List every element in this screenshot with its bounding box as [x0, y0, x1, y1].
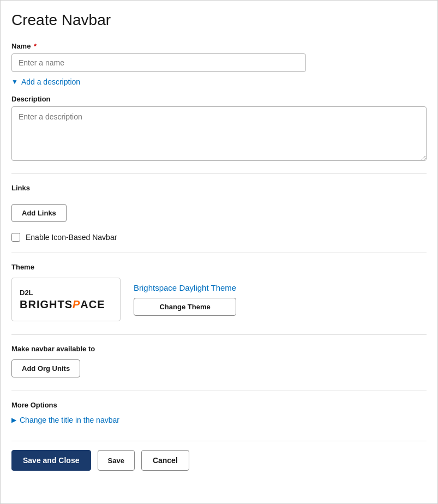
page-title: Create Navbar: [11, 11, 427, 29]
add-description-arrow: ▼: [11, 78, 18, 86]
theme-preview: D2L BRIGHTSPACE: [11, 278, 121, 321]
page-container: Create Navbar Name * ▼ Add a description…: [0, 0, 438, 504]
theme-name-link[interactable]: Brightspace Daylight Theme: [134, 283, 236, 292]
footer-buttons: Save and Close Save Cancel: [11, 441, 427, 471]
more-options-section: More Options ▶ Change the title in the n…: [11, 401, 427, 424]
icon-navbar-checkbox[interactable]: [11, 233, 20, 242]
required-indicator: *: [32, 42, 37, 50]
name-input[interactable]: [11, 53, 306, 72]
description-section: Description: [11, 95, 427, 163]
add-description-toggle[interactable]: ▼ Add a description: [11, 77, 80, 86]
theme-brightspace-text: BRIGHTSPACE: [20, 298, 105, 310]
divider-1: [11, 173, 427, 174]
more-options-label: More Options: [11, 401, 427, 409]
name-section: Name *: [11, 42, 427, 72]
theme-d2l-text: D2L: [20, 289, 33, 297]
theme-info: Brightspace Daylight Theme Change Theme: [134, 283, 236, 316]
theme-accent-a: P: [73, 298, 80, 310]
description-textarea[interactable]: [11, 106, 427, 161]
cancel-button[interactable]: Cancel: [141, 450, 189, 471]
save-close-button[interactable]: Save and Close: [11, 450, 91, 471]
theme-label: Theme: [11, 263, 427, 271]
links-label: Links: [11, 184, 427, 192]
theme-content: D2L BRIGHTSPACE Brightspace Daylight The…: [11, 278, 427, 321]
description-label: Description: [11, 95, 427, 103]
divider-3: [11, 334, 427, 335]
add-description-label: Add a description: [21, 77, 80, 86]
add-org-units-button[interactable]: Add Org Units: [11, 359, 80, 377]
theme-section: Theme D2L BRIGHTSPACE Brightspace Daylig…: [11, 263, 427, 321]
add-links-button[interactable]: Add Links: [11, 204, 67, 222]
links-section: Links Add Links: [11, 184, 427, 222]
checkbox-row: Enable Icon-Based Navbar: [11, 233, 427, 242]
divider-4: [11, 391, 427, 391]
org-units-label: Make navbar available to: [11, 345, 427, 353]
divider-2: [11, 253, 427, 253]
org-units-section: Make navbar available to Add Org Units: [11, 345, 427, 377]
change-title-arrow: ▶: [11, 416, 16, 424]
change-theme-button[interactable]: Change Theme: [134, 298, 236, 316]
save-button[interactable]: Save: [98, 450, 135, 471]
name-label: Name *: [11, 42, 427, 50]
icon-navbar-label: Enable Icon-Based Navbar: [26, 233, 117, 242]
change-title-toggle[interactable]: ▶ Change the title in the navbar: [11, 416, 119, 424]
change-title-label: Change the title in the navbar: [20, 416, 119, 424]
